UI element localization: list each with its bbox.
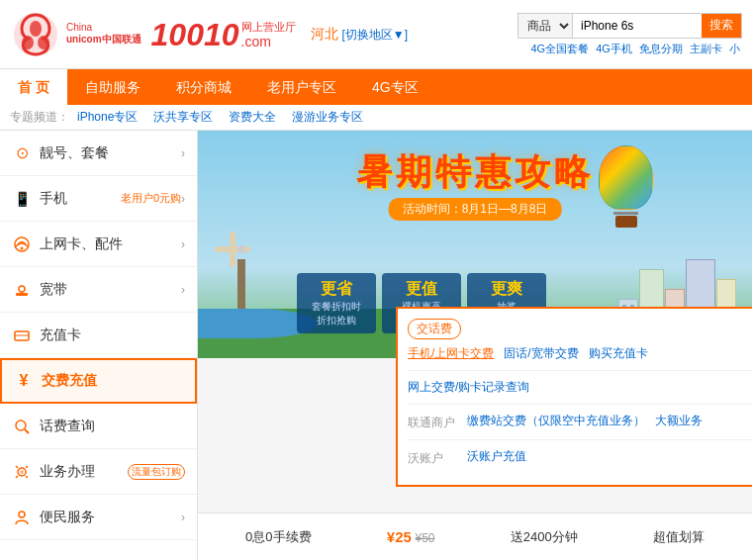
dropdown-link-phone-payment[interactable]: 手机/上网卡交费 xyxy=(408,345,494,362)
business-icon xyxy=(12,462,32,482)
balloon xyxy=(599,145,653,228)
netcard-label: 上网卡、配件 xyxy=(40,235,181,253)
strip-item-fee: 0息0手续费 xyxy=(245,528,311,546)
nav-item-home[interactable]: 首 页 xyxy=(0,69,67,105)
strip-minutes-label: 送2400分钟 xyxy=(511,529,578,544)
promo-desc-1: 套餐折扣时折扣抢购 xyxy=(307,300,366,327)
banner-title: 暑期特惠攻略 xyxy=(356,148,594,197)
strip-item-price: ¥25 ¥50 xyxy=(387,528,435,545)
bottom-strip: 0息0手续费 ¥25 ¥50 送2400分钟 超值划算 xyxy=(198,513,752,560)
dropdown-link-wo-recharge[interactable]: 沃账户充值 xyxy=(467,448,526,465)
business-badge: 流量包订购 xyxy=(128,464,185,480)
sub-nav-wo-share[interactable]: 沃共享专区 xyxy=(153,109,213,126)
strip-item-minutes: 送2400分钟 xyxy=(511,528,578,546)
broadband-icon xyxy=(12,280,32,300)
quick-link-subcard[interactable]: 主副卡 xyxy=(690,43,722,54)
dropdown-row-1: 手机/上网卡交费 固话/宽带交费 购买充值卡 xyxy=(408,345,752,371)
dropdown-link-query[interactable]: 网上交费/购卡记录查询 xyxy=(408,379,529,396)
dropdown-category-merchant: 联通商户 xyxy=(408,413,467,431)
svg-point-5 xyxy=(21,246,24,249)
strip-value-label: 超值划算 xyxy=(653,529,705,544)
windmill xyxy=(237,259,245,309)
sidebar-item-netcard[interactable]: 上网卡、配件 › xyxy=(0,222,197,267)
quick-link-more[interactable]: 小 xyxy=(729,43,740,54)
dropdown-link-landline[interactable]: 固话/宽带交费 xyxy=(504,345,578,362)
content-area: 暑期特惠攻略 活动时间：8月1日—8月8日 xyxy=(198,131,752,560)
dropdown-row-4: 沃账户 沃账户充值 xyxy=(408,448,752,475)
dropdown-links-3: 缴费站交费（仅限空中充值业务） 大额业务 xyxy=(467,413,703,429)
region-name: 河北 xyxy=(311,26,338,42)
netcard-arrow: › xyxy=(181,237,185,251)
broadband-label: 宽带 xyxy=(40,281,181,299)
sidebar-item-phone[interactable]: 📱 手机 老用户0元购 › xyxy=(0,176,197,222)
sub-nav-tariff[interactable]: 资费大全 xyxy=(229,109,276,126)
logo-bottom-text: unicom中国联通 xyxy=(66,33,141,47)
search-button[interactable]: 搜索 xyxy=(702,14,741,38)
phone-label: 手机 xyxy=(40,190,117,208)
site-com-group: 网上营业厅 .com xyxy=(241,20,296,50)
svg-rect-6 xyxy=(16,293,28,296)
svg-point-3 xyxy=(38,36,49,49)
region-switch-link[interactable]: [切换地区▼] xyxy=(341,28,408,42)
sidebar-item-query[interactable]: 话费查询 xyxy=(0,404,197,449)
promo-title-3: 更爽 xyxy=(477,279,536,300)
dropdown-panel: 交话费 手机/上网卡交费 固话/宽带交费 购买充值卡 网上交费/购卡记录查询 联… xyxy=(396,307,752,487)
svg-point-15 xyxy=(19,512,25,517)
svg-point-2 xyxy=(22,36,34,49)
convenience-icon xyxy=(12,508,32,527)
nav-bar: 首 页 自助服务 积分商城 老用户专区 4G专区 xyxy=(0,69,752,105)
sidebar-item-business[interactable]: 业务办理 流量包订购 xyxy=(0,449,197,495)
payment-icon: ¥ xyxy=(14,371,34,391)
nav-item-self-service[interactable]: 自助服务 xyxy=(67,69,158,105)
lianghao-icon: ⊙ xyxy=(12,143,32,163)
quick-link-4g-plan[interactable]: 4G全国套餐 xyxy=(530,43,589,54)
nav-item-4g[interactable]: 4G专区 xyxy=(354,69,436,105)
recharge-card-label: 充值卡 xyxy=(40,327,185,344)
sidebar-item-recharge-card[interactable]: 充值卡 xyxy=(0,313,197,358)
query-icon xyxy=(12,417,32,436)
quick-link-4g-phone[interactable]: 4G手机 xyxy=(596,43,632,54)
sidebar-item-convenience[interactable]: 便民服务 › xyxy=(0,495,197,540)
strip-price-label: ¥25 xyxy=(387,528,412,545)
sidebar-item-lianghao[interactable]: ⊙ 靓号、套餐 › xyxy=(0,131,197,176)
promo-title-2: 更值 xyxy=(392,279,451,300)
query-label: 话费查询 xyxy=(40,418,185,435)
svg-line-12 xyxy=(25,429,29,433)
nav-item-old-users[interactable]: 老用户专区 xyxy=(249,69,354,105)
strip-fee-label: 0息0手续费 xyxy=(245,529,311,544)
dropdown-link-buy-recharge[interactable]: 购买充值卡 xyxy=(589,345,648,362)
sub-nav: 专题频道： iPhone专区 沃共享专区 资费大全 漫游业务专区 xyxy=(0,105,752,131)
dropdown-link-large-amount[interactable]: 大额业务 xyxy=(655,413,703,429)
sub-nav-iphone[interactable]: iPhone专区 xyxy=(77,109,138,126)
svg-point-7 xyxy=(19,286,25,292)
lianghao-arrow: › xyxy=(181,146,185,160)
quick-link-installment[interactable]: 免息分期 xyxy=(639,43,683,54)
sidebar-item-broadband[interactable]: 宽带 › xyxy=(0,267,197,313)
search-category-select[interactable]: 商品 号码 xyxy=(518,14,573,38)
phone-arrow: › xyxy=(181,192,185,206)
promo-item-1: 更省 套餐折扣时折扣抢购 xyxy=(297,273,376,333)
search-input[interactable] xyxy=(573,14,702,38)
promo-title-1: 更省 xyxy=(307,279,366,300)
logo-text-group: China unicom中国联通 xyxy=(66,22,141,47)
logo-area: China unicom中国联通 10010 网上营业厅 .com xyxy=(10,11,296,58)
dropdown-links-2: 网上交费/购卡记录查询 xyxy=(408,379,529,396)
phone-sub: 老用户0元购 xyxy=(121,191,181,206)
region-switch-text: 切换地区 xyxy=(345,28,393,42)
business-label: 业务办理 xyxy=(40,463,126,481)
logo-top-text: China xyxy=(66,22,141,33)
sub-nav-roaming[interactable]: 漫游业务专区 xyxy=(292,109,363,126)
dropdown-links-4: 沃账户充值 xyxy=(467,448,526,465)
dropdown-link-payment-station[interactable]: 缴费站交费（仅限空中充值业务） xyxy=(467,413,645,429)
strip-item-value: 超值划算 xyxy=(653,528,705,546)
unicom-logo-icon xyxy=(10,11,61,58)
sidebar-item-payment[interactable]: ¥ 交费充值 xyxy=(0,358,197,404)
search-box: 商品 号码 搜索 xyxy=(517,13,742,39)
nav-item-points-mall[interactable]: 积分商城 xyxy=(158,69,249,105)
site-number-line: 10010 网上营业厅 .com xyxy=(151,19,296,50)
site-suffix: .com xyxy=(241,35,296,48)
windmill-blades xyxy=(222,230,261,269)
convenience-label: 便民服务 xyxy=(40,509,181,526)
sub-nav-label: 专题频道： xyxy=(10,109,69,126)
dropdown-tab-label[interactable]: 交话费 xyxy=(408,319,461,339)
